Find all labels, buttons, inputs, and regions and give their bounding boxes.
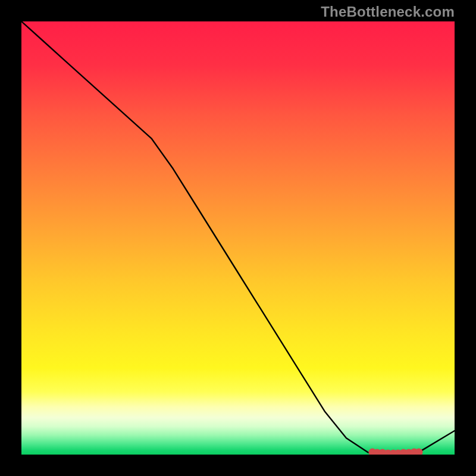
markers-layer bbox=[21, 21, 455, 455]
marker-dot bbox=[415, 448, 423, 455]
chart-stage: TheBottleneck.com bbox=[0, 0, 476, 476]
plot-area bbox=[21, 21, 455, 455]
watermark-text: TheBottleneck.com bbox=[321, 4, 455, 20]
